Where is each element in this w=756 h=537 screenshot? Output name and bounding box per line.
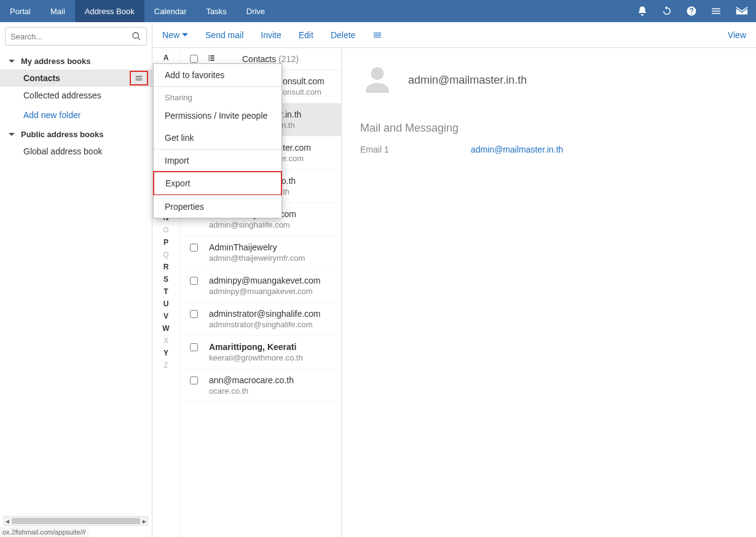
add-new-folder-link[interactable]: Add new folder <box>0 104 152 126</box>
alpha-s[interactable]: S <box>163 273 168 285</box>
nav-tabs: PortalMailAddress BookCalendarTasksDrive <box>0 0 275 22</box>
menu-sharing-label: Sharing <box>154 87 282 105</box>
alpha-q[interactable]: Q <box>163 249 168 261</box>
sidebar-scrollbar[interactable]: ◄► <box>4 516 148 526</box>
alpha-t[interactable]: T <box>163 285 168 298</box>
alpha-o[interactable]: O <box>163 224 168 236</box>
edit-button[interactable]: Edit <box>299 30 313 40</box>
nav-tab-calendar[interactable]: Calendar <box>144 0 197 22</box>
contact-line2: adminpy@muangakevet.com <box>209 287 321 296</box>
contact-line1: Amarittipong, Keerati <box>209 342 303 352</box>
contact-line2: admin@thaijewelrymfr.com <box>209 253 305 263</box>
avatar <box>360 63 395 97</box>
folder-section-head[interactable]: Public address books <box>0 126 152 143</box>
menu-get-link[interactable]: Get link <box>154 127 282 149</box>
contact-checkbox[interactable] <box>190 343 198 351</box>
contacts-count-label: Contacts (212) <box>242 54 299 64</box>
contact-checkbox[interactable] <box>190 244 198 252</box>
contact-row[interactable]: ann@macrocare.co.thocare.co.th <box>180 369 341 402</box>
more-actions-button[interactable] <box>372 30 382 40</box>
contact-line2: keerati@growthmore.co.th <box>209 353 303 362</box>
contact-line1: adminstrator@singhalife.com <box>209 309 321 319</box>
menu-properties[interactable]: Properties <box>154 196 282 218</box>
nav-tab-tasks[interactable]: Tasks <box>197 0 237 22</box>
select-all-checkbox[interactable] <box>190 55 198 63</box>
list-view-icon[interactable] <box>207 54 216 64</box>
menu-export[interactable]: Export <box>153 171 282 196</box>
hamburger-icon[interactable] <box>711 6 722 17</box>
menu-permissions[interactable]: Permissions / Invite people <box>154 105 282 127</box>
nav-tab-address-book[interactable]: Address Book <box>75 0 144 22</box>
contact-row[interactable]: Amarittipong, Keeratikeerati@growthmore.… <box>180 336 341 369</box>
contact-name: admin@mailmaster.in.th <box>408 74 527 87</box>
contact-checkbox[interactable] <box>190 376 198 384</box>
caret-down-icon <box>9 132 15 138</box>
contact-line1: ann@macrocare.co.th <box>209 375 294 385</box>
contact-line2: ocare.co.th <box>209 386 294 396</box>
contact-line1: onsult.com <box>283 76 325 86</box>
nav-tab-drive[interactable]: Drive <box>237 0 275 22</box>
section-title: Mail and Messaging <box>360 122 738 135</box>
alpha-u[interactable]: U <box>163 298 169 310</box>
contact-detail-panel: admin@mailmaster.in.th Mail and Messagin… <box>342 48 756 537</box>
alpha-v[interactable]: V <box>163 310 168 322</box>
alpha-a[interactable]: A <box>163 52 169 64</box>
contact-checkbox[interactable] <box>190 277 198 285</box>
hamburger-icon <box>135 74 143 82</box>
contact-row[interactable]: adminstrator@singhalife.comadminstrator@… <box>180 303 341 336</box>
nav-tab-mail[interactable]: Mail <box>41 0 75 22</box>
menu-import[interactable]: Import <box>154 149 282 172</box>
email-label: Email 1 <box>360 145 397 154</box>
folder-item-collected-addresses[interactable]: Collected addresses <box>0 87 152 104</box>
contact-line1: AdminThaijewelry <box>209 242 305 252</box>
send-mail-button[interactable]: Send mail <box>205 30 243 40</box>
contact-checkbox[interactable] <box>190 310 198 318</box>
action-toolbar: New Send mail Invite Edit Delete View <box>152 22 756 48</box>
contact-line1: adminpy@muangakevet.com <box>209 276 321 285</box>
chevron-down-icon <box>182 32 188 38</box>
alpha-w[interactable]: W <box>162 322 169 335</box>
bell-icon[interactable] <box>637 6 648 17</box>
alpha-r[interactable]: R <box>163 261 169 273</box>
alpha-z[interactable]: Z <box>163 359 168 372</box>
top-navigation: PortalMailAddress BookCalendarTasksDrive <box>0 0 756 22</box>
alpha-x[interactable]: X <box>163 335 168 347</box>
nav-tab-portal[interactable]: Portal <box>0 0 41 22</box>
invite-button[interactable]: Invite <box>261 30 281 40</box>
view-button[interactable]: View <box>728 30 746 40</box>
contact-line2: onsult.com <box>283 87 325 97</box>
new-button[interactable]: New <box>162 30 188 40</box>
folder-menu-button[interactable] <box>130 71 148 86</box>
alpha-y[interactable]: Y <box>163 347 168 359</box>
menu-add-favorites[interactable]: Add to favorites <box>154 64 282 86</box>
refresh-icon[interactable] <box>661 6 672 17</box>
email-link[interactable]: admin@mailmaster.in.th <box>471 145 563 154</box>
caret-down-icon <box>9 58 15 65</box>
folder-tree: My address booksContactsCollected addres… <box>0 50 152 162</box>
search-input[interactable] <box>10 32 132 41</box>
search-icon[interactable] <box>132 31 141 41</box>
help-icon[interactable] <box>686 6 697 17</box>
folder-item-contacts[interactable]: Contacts <box>0 70 152 87</box>
app-logo-icon[interactable] <box>735 4 749 18</box>
contact-row[interactable]: AdminThaijewelryadmin@thaijewelrymfr.com <box>180 236 341 269</box>
alpha-p[interactable]: P <box>163 236 168 249</box>
topbar-icons <box>637 0 756 22</box>
contact-line2: admin@singhalife.com <box>209 220 296 229</box>
search-input-wrap[interactable] <box>5 27 147 46</box>
contact-row[interactable]: adminpy@muangakevet.comadminpy@muangakev… <box>180 269 341 303</box>
folder-context-menu: Add to favorites Sharing Permissions / I… <box>153 63 282 218</box>
left-sidebar: My address booksContactsCollected addres… <box>0 22 152 537</box>
folder-section-head[interactable]: My address books <box>0 53 152 70</box>
folder-item-global-address-book[interactable]: Global address book <box>0 143 152 160</box>
contact-line2: adminstrator@singhalife.com <box>209 320 321 329</box>
hamburger-icon <box>372 30 382 40</box>
status-url: ox.2fishmail.com/appsuite/# <box>0 527 89 537</box>
delete-button[interactable]: Delete <box>331 30 355 40</box>
